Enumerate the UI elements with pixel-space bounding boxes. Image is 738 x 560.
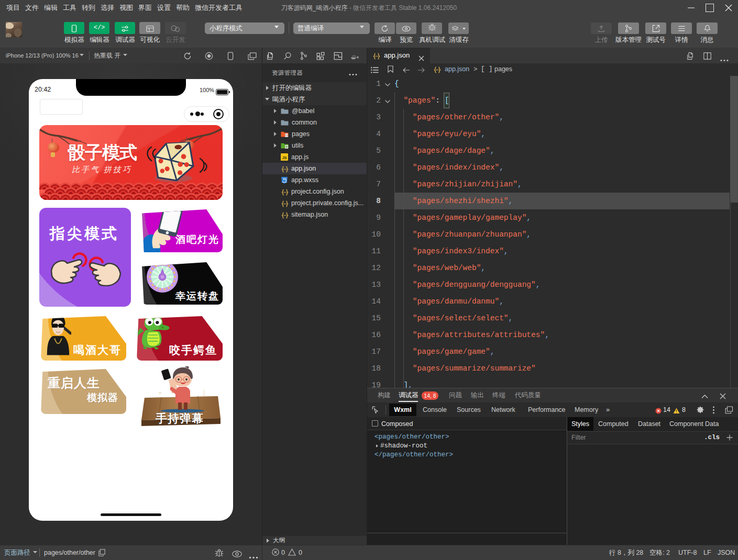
svg-text:|: | — [203, 389, 205, 396]
svg-text:+: + — [158, 389, 162, 397]
svg-text:JS: JS — [282, 155, 287, 160]
